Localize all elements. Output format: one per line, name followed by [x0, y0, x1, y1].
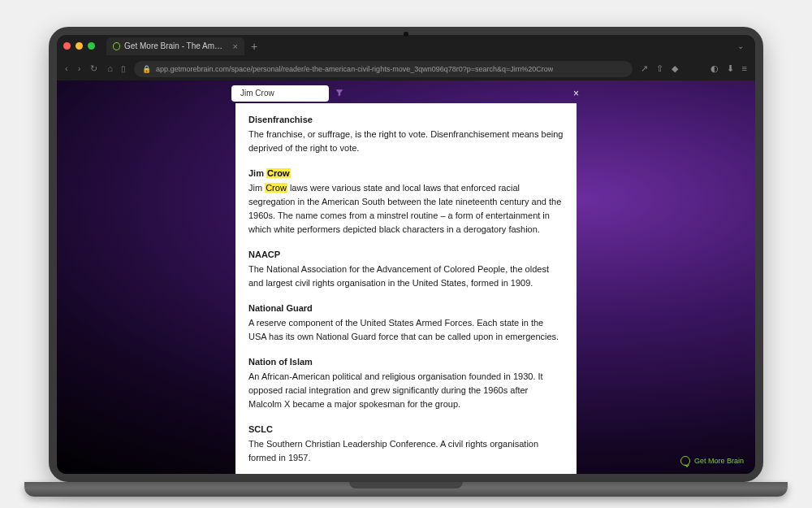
glossary-definition: Jim Crow laws were various state and loc… [248, 181, 564, 237]
home-button[interactable]: ⌂ [107, 63, 113, 74]
lock-icon: 🔒 [142, 65, 151, 73]
tabs-overflow-icon[interactable]: ⌄ [732, 41, 749, 50]
camera-notch [404, 32, 408, 37]
search-highlight: Crow [266, 168, 291, 178]
glossary-entry: Nation of IslamAn African-American polit… [248, 355, 564, 411]
url-text: app.getmorebrain.com/space/personal/read… [156, 65, 553, 73]
glossary-entry: National GuardA reserve component of the… [248, 302, 564, 344]
tab-favicon [113, 42, 120, 50]
close-window-button[interactable] [63, 42, 71, 50]
browser-tab[interactable]: Get More Brain - The America… × [106, 37, 244, 55]
glossary-term: National Guard [248, 302, 564, 315]
glossary-entry: SCLCThe Southern Christian Leadership Co… [248, 423, 564, 465]
share-icon[interactable]: ⇧ [656, 63, 663, 74]
new-tab-button[interactable]: + [251, 40, 257, 53]
glossary-term: Nation of Islam [248, 355, 564, 369]
toolbar: ‹ › ↻ ⌂ ▯ 🔒 app.getmorebrain.com/space/p… [57, 58, 755, 80]
close-search-icon[interactable]: × [573, 88, 579, 99]
menu-icon[interactable]: ≡ [742, 63, 747, 74]
screen: Get More Brain - The America… × + ⌄ ‹ › … [57, 35, 755, 474]
laptop-frame: Get More Brain - The America… × + ⌄ ‹ › … [49, 27, 763, 482]
shield-icon[interactable]: ◆ [672, 63, 678, 74]
close-tab-icon[interactable]: × [233, 41, 238, 51]
glossary-term: NAACP [248, 248, 564, 262]
search-highlight: Crow [265, 183, 287, 193]
glossary-definition: A reserve component of the United States… [248, 316, 564, 344]
document-content: DisenfranchiseThe franchise, or suffrage… [235, 103, 577, 474]
glossary-definition: The Southern Christian Leadership Confer… [248, 437, 564, 465]
sidebar-toggle-icon[interactable]: ▯ [121, 64, 126, 73]
tab-strip: Get More Brain - The America… × + ⌄ [57, 35, 755, 58]
browser-chrome: Get More Brain - The America… × + ⌄ ‹ › … [57, 35, 755, 80]
extension-icon[interactable]: ◐ [710, 63, 719, 74]
maximize-window-button[interactable] [88, 42, 95, 50]
search-bar: × [231, 84, 581, 103]
window-controls [63, 42, 95, 50]
laptop-base [24, 482, 788, 497]
glossary-term: SCLC [248, 423, 564, 436]
page-viewport: × DisenfranchiseThe franchise, or suffra… [57, 80, 755, 474]
brand-watermark: Get More Brain [680, 456, 744, 466]
glossary-entry: NAACPThe National Association for the Ad… [248, 248, 564, 290]
glossary-definition: The franchise, or suffrage, is the right… [248, 128, 564, 155]
back-button[interactable]: ‹ [65, 63, 68, 74]
search-input[interactable] [240, 89, 343, 98]
glossary-entry: DisenfranchiseThe franchise, or suffrage… [248, 113, 564, 155]
brand-text: Get More Brain [694, 457, 744, 465]
glossary-term: Jim Crow [248, 167, 564, 180]
glossary-entry: Jim CrowJim Crow laws were various state… [248, 167, 564, 237]
reload-button[interactable]: ↻ [90, 63, 97, 74]
glossary-definition: An African-American political and religi… [248, 370, 564, 411]
download-icon[interactable]: ⬇ [727, 63, 734, 74]
minimize-window-button[interactable] [76, 42, 83, 50]
search-input-wrap[interactable] [231, 85, 329, 102]
glossary-term: Disenfranchise [248, 113, 564, 127]
address-bar[interactable]: 🔒 app.getmorebrain.com/space/personal/re… [134, 61, 633, 77]
filter-icon[interactable] [335, 89, 343, 98]
forward-button[interactable]: › [78, 63, 81, 74]
open-external-icon[interactable]: ↗ [641, 63, 648, 74]
glossary-definition: The National Association for the Advance… [248, 263, 564, 290]
tab-title: Get More Brain - The America… [124, 41, 227, 50]
brand-bubble-icon [680, 456, 690, 466]
